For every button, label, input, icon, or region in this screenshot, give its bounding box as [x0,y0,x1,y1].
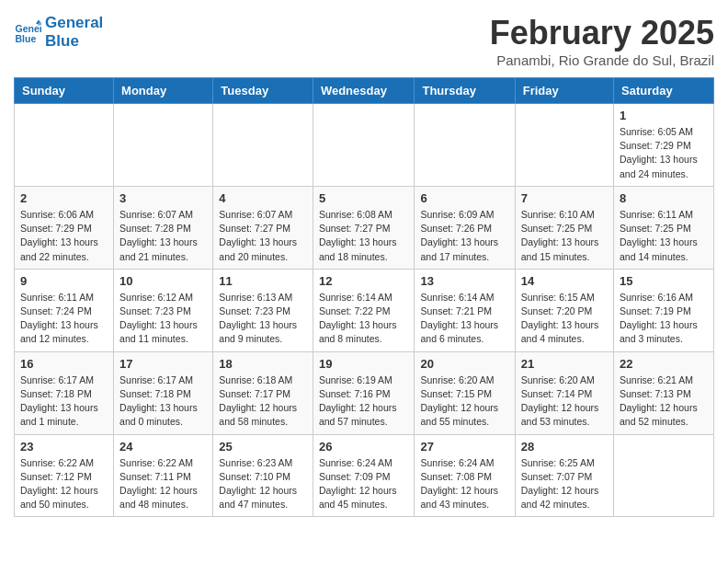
day-info: Sunrise: 6:25 AM Sunset: 7:07 PM Dayligh… [521,456,608,512]
day-info: Sunrise: 6:24 AM Sunset: 7:08 PM Dayligh… [420,456,508,512]
day-header-tuesday: Tuesday [213,78,313,104]
day-info: Sunrise: 6:17 AM Sunset: 7:18 PM Dayligh… [20,373,108,430]
calendar-cell: 26Sunrise: 6:24 AM Sunset: 7:09 PM Dayli… [313,434,415,517]
calendar-cell: 24Sunrise: 6:22 AM Sunset: 7:11 PM Dayli… [114,434,213,517]
day-info: Sunrise: 6:15 AM Sunset: 7:20 PM Dayligh… [521,291,608,347]
week-row-3: 9Sunrise: 6:11 AM Sunset: 7:24 PM Daylig… [15,269,714,351]
day-info: Sunrise: 6:09 AM Sunset: 7:26 PM Dayligh… [420,208,508,264]
calendar-table: SundayMondayTuesdayWednesdayThursdayFrid… [14,77,714,517]
calendar-cell: 21Sunrise: 6:20 AM Sunset: 7:14 PM Dayli… [515,351,613,434]
day-info: Sunrise: 6:20 AM Sunset: 7:15 PM Dayligh… [420,373,508,430]
week-row-1: 1Sunrise: 6:05 AM Sunset: 7:29 PM Daylig… [15,104,714,187]
logo-icon: General Blue [14,18,41,46]
day-number: 1 [620,109,708,122]
month-title: February 2025 [490,14,714,52]
day-header-monday: Monday [114,78,213,104]
day-info: Sunrise: 6:06 AM Sunset: 7:29 PM Dayligh… [20,208,108,264]
day-number: 8 [620,191,708,205]
calendar-cell: 1Sunrise: 6:05 AM Sunset: 7:29 PM Daylig… [614,104,714,187]
week-row-5: 23Sunrise: 6:22 AM Sunset: 7:12 PM Dayli… [15,434,714,517]
day-header-saturday: Saturday [614,78,714,104]
day-number: 7 [521,191,608,205]
calendar-cell: 20Sunrise: 6:20 AM Sunset: 7:15 PM Dayli… [415,351,515,434]
calendar-cell: 12Sunrise: 6:14 AM Sunset: 7:22 PM Dayli… [313,269,415,351]
day-info: Sunrise: 6:14 AM Sunset: 7:21 PM Dayligh… [420,291,508,347]
day-number: 19 [319,357,409,371]
day-info: Sunrise: 6:05 AM Sunset: 7:29 PM Dayligh… [620,125,708,181]
logo: General Blue General Blue [14,14,103,52]
day-info: Sunrise: 6:11 AM Sunset: 7:24 PM Dayligh… [20,291,108,347]
logo-blue: Blue [45,32,103,51]
day-number: 14 [521,274,608,288]
day-number: 9 [20,274,108,288]
day-info: Sunrise: 6:24 AM Sunset: 7:09 PM Dayligh… [319,456,409,512]
day-info: Sunrise: 6:23 AM Sunset: 7:10 PM Dayligh… [219,456,307,512]
page: General Blue General Blue February 2025 … [0,0,728,531]
calendar-cell: 15Sunrise: 6:16 AM Sunset: 7:19 PM Dayli… [614,269,714,351]
calendar-cell [114,104,213,187]
calendar-cell [515,104,613,187]
day-header-wednesday: Wednesday [313,78,415,104]
calendar-cell: 28Sunrise: 6:25 AM Sunset: 7:07 PM Dayli… [515,434,613,517]
day-number: 15 [620,274,708,288]
day-number: 10 [119,274,207,288]
day-info: Sunrise: 6:11 AM Sunset: 7:25 PM Dayligh… [620,208,708,264]
day-info: Sunrise: 6:22 AM Sunset: 7:12 PM Dayligh… [20,456,108,512]
day-info: Sunrise: 6:17 AM Sunset: 7:18 PM Dayligh… [119,373,207,430]
day-info: Sunrise: 6:12 AM Sunset: 7:23 PM Dayligh… [119,291,207,347]
day-info: Sunrise: 6:14 AM Sunset: 7:22 PM Dayligh… [319,291,409,347]
day-number: 4 [219,191,307,205]
calendar-cell [614,434,714,517]
calendar-cell [15,104,114,187]
header: General Blue General Blue February 2025 … [14,14,714,68]
day-number: 18 [219,357,307,371]
calendar-cell: 23Sunrise: 6:22 AM Sunset: 7:12 PM Dayli… [15,434,114,517]
calendar-cell: 10Sunrise: 6:12 AM Sunset: 7:23 PM Dayli… [114,269,213,351]
day-header-friday: Friday [515,78,613,104]
calendar-cell: 22Sunrise: 6:21 AM Sunset: 7:13 PM Dayli… [614,351,714,434]
day-info: Sunrise: 6:21 AM Sunset: 7:13 PM Dayligh… [620,373,708,430]
week-row-2: 2Sunrise: 6:06 AM Sunset: 7:29 PM Daylig… [15,186,714,269]
day-info: Sunrise: 6:07 AM Sunset: 7:28 PM Dayligh… [119,208,207,264]
day-number: 21 [521,357,608,371]
calendar-cell [415,104,515,187]
title-block: February 2025 Panambi, Rio Grande do Sul… [490,14,714,68]
day-number: 22 [620,357,708,371]
week-row-4: 16Sunrise: 6:17 AM Sunset: 7:18 PM Dayli… [15,351,714,434]
day-number: 23 [20,440,108,454]
day-number: 24 [119,440,207,454]
calendar-cell: 25Sunrise: 6:23 AM Sunset: 7:10 PM Dayli… [213,434,313,517]
location: Panambi, Rio Grande do Sul, Brazil [490,52,714,68]
day-header-sunday: Sunday [15,78,114,104]
day-number: 13 [420,274,508,288]
day-info: Sunrise: 6:22 AM Sunset: 7:11 PM Dayligh… [119,456,207,512]
calendar-cell: 8Sunrise: 6:11 AM Sunset: 7:25 PM Daylig… [614,186,714,269]
calendar-cell: 19Sunrise: 6:19 AM Sunset: 7:16 PM Dayli… [313,351,415,434]
day-info: Sunrise: 6:18 AM Sunset: 7:17 PM Dayligh… [219,373,307,430]
day-number: 26 [319,440,409,454]
day-number: 6 [420,191,508,205]
day-info: Sunrise: 6:20 AM Sunset: 7:14 PM Dayligh… [521,373,608,430]
days-header-row: SundayMondayTuesdayWednesdayThursdayFrid… [15,78,714,104]
calendar-cell [213,104,313,187]
day-number: 12 [319,274,409,288]
calendar-cell: 27Sunrise: 6:24 AM Sunset: 7:08 PM Dayli… [415,434,515,517]
day-number: 5 [319,191,409,205]
calendar-cell: 5Sunrise: 6:08 AM Sunset: 7:27 PM Daylig… [313,186,415,269]
calendar-cell: 9Sunrise: 6:11 AM Sunset: 7:24 PM Daylig… [15,269,114,351]
calendar-cell: 14Sunrise: 6:15 AM Sunset: 7:20 PM Dayli… [515,269,613,351]
day-number: 2 [20,191,108,205]
calendar-cell: 7Sunrise: 6:10 AM Sunset: 7:25 PM Daylig… [515,186,613,269]
day-number: 3 [119,191,207,205]
day-info: Sunrise: 6:10 AM Sunset: 7:25 PM Dayligh… [521,208,608,264]
day-info: Sunrise: 6:16 AM Sunset: 7:19 PM Dayligh… [620,291,708,347]
calendar-cell: 16Sunrise: 6:17 AM Sunset: 7:18 PM Dayli… [15,351,114,434]
calendar-cell: 17Sunrise: 6:17 AM Sunset: 7:18 PM Dayli… [114,351,213,434]
day-info: Sunrise: 6:07 AM Sunset: 7:27 PM Dayligh… [219,208,307,264]
svg-text:Blue: Blue [16,33,37,44]
calendar-cell [313,104,415,187]
day-number: 11 [219,274,307,288]
day-number: 28 [521,440,608,454]
day-number: 17 [119,357,207,371]
day-number: 27 [420,440,508,454]
